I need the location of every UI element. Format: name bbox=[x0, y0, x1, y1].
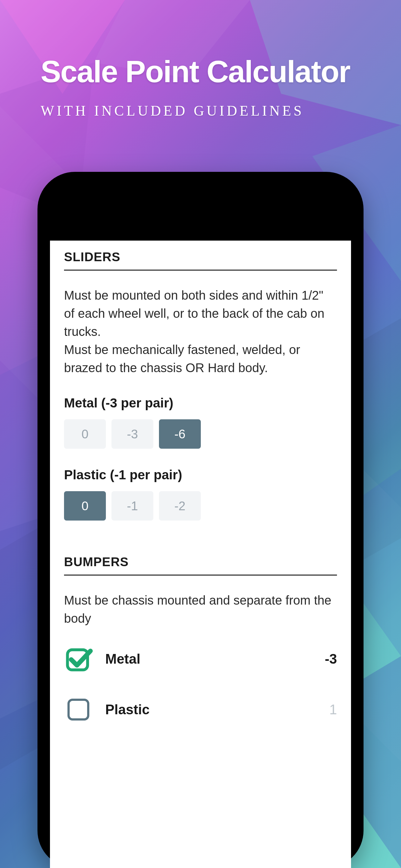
bumpers-section: BUMPERS Must be chassis mounted and sepa… bbox=[64, 555, 337, 724]
sliders-plastic-option-1[interactable]: -1 bbox=[111, 491, 153, 521]
sliders-section: SLIDERS Must be mounted on both sides an… bbox=[64, 250, 337, 521]
sliders-metal-label: Metal (-3 per pair) bbox=[64, 396, 337, 410]
promo-title: Scale Point Calculator bbox=[41, 56, 376, 87]
device-screen[interactable]: SLIDERS Must be mounted on both sides an… bbox=[50, 241, 351, 868]
sliders-plastic-segmented: 0 -1 -2 bbox=[64, 491, 337, 521]
sliders-guideline: Must be mounted on both sides and within… bbox=[64, 286, 337, 377]
sliders-metal-option-2[interactable]: -6 bbox=[159, 419, 201, 449]
divider bbox=[64, 575, 337, 576]
bumpers-plastic-row[interactable]: Plastic 1 bbox=[64, 695, 337, 724]
bumpers-plastic-label: Plastic bbox=[105, 702, 330, 717]
sliders-metal-option-0[interactable]: 0 bbox=[64, 419, 106, 449]
bumpers-metal-row[interactable]: Metal -3 bbox=[64, 645, 337, 673]
section-title-sliders: SLIDERS bbox=[64, 250, 337, 264]
checkbox-unchecked-icon[interactable] bbox=[64, 695, 93, 724]
checkbox-checked-icon[interactable] bbox=[64, 645, 93, 673]
sliders-metal-option-1[interactable]: -3 bbox=[111, 419, 153, 449]
divider bbox=[64, 270, 337, 271]
section-title-bumpers: BUMPERS bbox=[64, 555, 337, 569]
sliders-plastic-label: Plastic (-1 per pair) bbox=[64, 467, 337, 483]
promo-subtitle: WITH INCLUDED GUIDELINES bbox=[41, 102, 376, 119]
sliders-metal-segmented: 0 -3 -6 bbox=[64, 419, 337, 449]
sliders-plastic-option-2[interactable]: -2 bbox=[159, 491, 201, 521]
bumpers-guideline: Must be chassis mounted and separate fro… bbox=[64, 591, 337, 627]
sliders-plastic-option-0[interactable]: 0 bbox=[64, 491, 106, 521]
device-frame: SLIDERS Must be mounted on both sides an… bbox=[37, 172, 364, 868]
bumpers-metal-label: Metal bbox=[105, 651, 325, 667]
bumpers-metal-value: -3 bbox=[325, 651, 337, 667]
bumpers-plastic-value: 1 bbox=[330, 702, 337, 717]
promo-header: Scale Point Calculator WITH INCLUDED GUI… bbox=[41, 56, 376, 119]
